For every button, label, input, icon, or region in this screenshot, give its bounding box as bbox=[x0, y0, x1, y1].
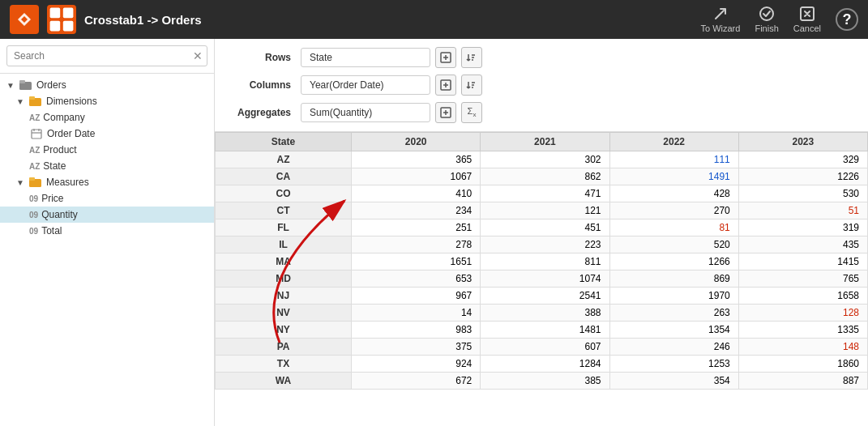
topbar: Crosstab1 -> Orders To Wizard Finish Can… bbox=[0, 0, 868, 39]
table-row: AZ365302111329 bbox=[216, 151, 868, 168]
num-cell-2023: 765 bbox=[738, 271, 867, 288]
table-row: NY983148113541335 bbox=[216, 322, 868, 339]
columns-sort-button[interactable] bbox=[461, 75, 482, 96]
quantity-type: 09 bbox=[29, 211, 38, 219]
total-label: Total bbox=[41, 225, 62, 236]
rows-edit-button[interactable] bbox=[435, 47, 456, 68]
columns-value: Year(Order Date) bbox=[301, 75, 430, 95]
num-cell-2021: 471 bbox=[481, 185, 609, 202]
table-row: PA375607246148 bbox=[216, 339, 868, 356]
sidebar-item-product[interactable]: AZ Product bbox=[0, 142, 214, 158]
rows-config-row: Rows State bbox=[228, 47, 855, 68]
sidebar-item-measures[interactable]: ▼ Measures bbox=[0, 174, 214, 190]
content-area: Rows State bbox=[215, 39, 868, 426]
rows-value: State bbox=[301, 48, 430, 67]
sidebar-item-dimensions[interactable]: ▼ Dimensions bbox=[0, 93, 214, 109]
num-cell-2021: 223 bbox=[481, 236, 609, 253]
sidebar-item-order-date[interactable]: Order Date bbox=[0, 126, 214, 142]
num-cell-2022: 428 bbox=[609, 185, 738, 202]
to-wizard-button[interactable]: To Wizard bbox=[701, 6, 741, 33]
num-cell-2023: 1658 bbox=[738, 288, 867, 305]
cancel-button[interactable]: Cancel bbox=[793, 6, 821, 33]
num-cell-2023: 1335 bbox=[738, 322, 867, 339]
order-date-label: Order Date bbox=[47, 128, 95, 139]
num-cell-2023: 148 bbox=[738, 339, 867, 356]
table-row: MA165181112661415 bbox=[216, 253, 868, 271]
svg-rect-9 bbox=[29, 96, 35, 100]
grid-view-icon[interactable] bbox=[47, 5, 76, 34]
orders-folder-icon bbox=[19, 79, 33, 91]
sidebar-item-quantity[interactable]: 09 Quantity bbox=[0, 207, 214, 223]
state-cell: WA bbox=[216, 373, 352, 390]
state-cell: NV bbox=[216, 305, 352, 322]
state-cell: NJ bbox=[216, 288, 352, 305]
price-type: 09 bbox=[29, 194, 38, 203]
search-input[interactable] bbox=[6, 45, 207, 66]
state-cell: MA bbox=[216, 253, 352, 271]
num-cell-2021: 388 bbox=[481, 305, 609, 322]
sidebar-item-total[interactable]: 09 Total bbox=[0, 223, 214, 239]
table-row: FL25145181319 bbox=[216, 219, 868, 236]
num-cell-2021: 1284 bbox=[481, 356, 609, 373]
order-date-icon bbox=[29, 128, 44, 139]
num-cell-2023: 1226 bbox=[738, 168, 867, 185]
svg-point-4 bbox=[760, 7, 773, 20]
aggregates-label: Aggregates bbox=[228, 107, 301, 118]
state-cell: IL bbox=[216, 236, 352, 253]
state-cell: CA bbox=[216, 168, 352, 185]
rows-label: Rows bbox=[228, 52, 301, 63]
expand-arrow-orders: ▼ bbox=[6, 81, 16, 90]
num-cell-2021: 121 bbox=[481, 202, 609, 219]
help-button[interactable]: ? bbox=[836, 8, 858, 31]
col-header-2022: 2022 bbox=[609, 133, 738, 151]
company-type: AZ bbox=[29, 113, 40, 122]
state-cell: MD bbox=[216, 271, 352, 288]
dimensions-label: Dimensions bbox=[46, 96, 97, 107]
num-cell-2020: 983 bbox=[352, 322, 481, 339]
columns-field: Year(Order Date) bbox=[301, 75, 482, 96]
topbar-actions: To Wizard Finish Cancel ? bbox=[701, 6, 859, 33]
finish-button[interactable]: Finish bbox=[755, 6, 778, 33]
num-cell-2023: 530 bbox=[738, 185, 867, 202]
num-cell-2023: 887 bbox=[738, 373, 867, 390]
col-header-state: State bbox=[216, 133, 352, 151]
num-cell-2020: 1651 bbox=[352, 253, 481, 271]
num-cell-2022: 1266 bbox=[609, 253, 738, 271]
aggregates-edit-button[interactable] bbox=[435, 102, 456, 123]
config-area: Rows State bbox=[215, 39, 868, 132]
table-row: CA106786214911226 bbox=[216, 168, 868, 185]
num-cell-2023: 329 bbox=[738, 151, 867, 168]
sidebar-item-state[interactable]: AZ State bbox=[0, 158, 214, 174]
num-cell-2020: 251 bbox=[352, 219, 481, 236]
num-cell-2020: 1067 bbox=[352, 168, 481, 185]
expand-arrow-dimensions: ▼ bbox=[16, 97, 26, 106]
price-label: Price bbox=[41, 193, 63, 204]
sidebar-item-orders[interactable]: ▼ Orders bbox=[0, 77, 214, 93]
expand-arrow-measures: ▼ bbox=[16, 178, 26, 187]
num-cell-2020: 653 bbox=[352, 271, 481, 288]
aggregates-func-button[interactable]: Σx bbox=[461, 102, 482, 123]
num-cell-2022: 111 bbox=[609, 151, 738, 168]
num-cell-2020: 365 bbox=[352, 151, 481, 168]
total-type: 09 bbox=[29, 227, 38, 236]
svg-rect-0 bbox=[50, 8, 61, 19]
num-cell-2022: 1253 bbox=[609, 356, 738, 373]
data-table-wrapper[interactable]: State 2020 2021 2022 2023 AZ365302111329… bbox=[215, 132, 868, 390]
finish-label: Finish bbox=[755, 23, 778, 33]
sidebar-item-price[interactable]: 09 Price bbox=[0, 190, 214, 207]
rows-sort-button[interactable] bbox=[461, 47, 482, 68]
columns-edit-button[interactable] bbox=[435, 75, 456, 96]
rows-field: State bbox=[301, 47, 482, 68]
num-cell-2023: 51 bbox=[738, 202, 867, 219]
state-cell: NY bbox=[216, 322, 352, 339]
clear-search-icon[interactable]: ✕ bbox=[193, 49, 203, 62]
num-cell-2021: 385 bbox=[481, 373, 609, 390]
sidebar-item-company[interactable]: AZ Company bbox=[0, 109, 214, 126]
dimensions-folder-icon bbox=[28, 96, 43, 107]
num-cell-2022: 1354 bbox=[609, 322, 738, 339]
num-cell-2020: 410 bbox=[352, 185, 481, 202]
num-cell-2020: 672 bbox=[352, 373, 481, 390]
aggregates-field: Sum(Quantity) Σx bbox=[301, 102, 482, 123]
svg-rect-7 bbox=[19, 80, 25, 83]
num-cell-2021: 607 bbox=[481, 339, 609, 356]
